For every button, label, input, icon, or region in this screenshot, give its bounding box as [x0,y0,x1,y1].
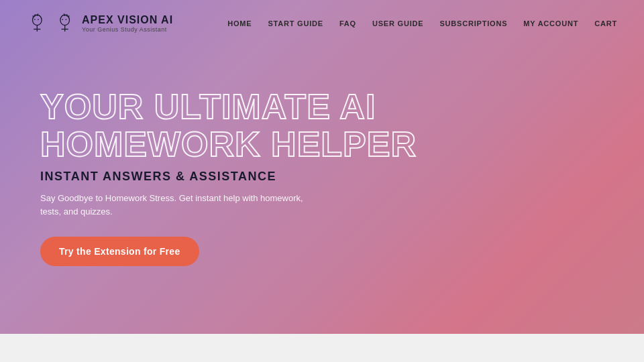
nav-user-guide[interactable]: USER GUIDE [372,19,423,27]
nav-home[interactable]: HOME [227,19,252,27]
logo-title: APEX VISION AI [82,14,173,26]
nav-faq[interactable]: FAQ [339,19,356,27]
hero-title-line2: HOMEWORK HELPER [40,125,604,163]
nav-subscriptions[interactable]: SUBSCRIPTIONS [439,19,507,27]
hero-content: YOUR ULTIMATE AI HOMEWORK HELPER INSTANT… [0,47,644,334]
hero-subtitle: INSTANT ANSWERS & ASSISTANCE [40,170,604,184]
svg-point-5 [60,15,70,25]
nav-start-guide[interactable]: START GUIDE [268,19,323,27]
nav-my-account[interactable]: MY ACCOUNT [523,19,578,27]
svg-point-3 [34,19,36,20]
logo-icons [27,12,75,35]
logo-text-block: APEX VISION AI Your Genius Study Assista… [82,14,173,33]
brain-icon-2 [52,12,75,35]
svg-point-0 [33,15,42,25]
nav-links: HOME START GUIDE FAQ USER GUIDE SUBSCRIP… [227,19,617,27]
hero-main-title: YOUR ULTIMATE AI HOMEWORK HELPER [40,88,604,163]
svg-point-9 [66,19,67,20]
footer-bar [0,334,644,362]
svg-point-8 [62,19,63,20]
page-wrapper: APEX VISION AI Your Genius Study Assista… [0,0,644,362]
hero-section: APEX VISION AI Your Genius Study Assista… [0,0,644,334]
logo-area: APEX VISION AI Your Genius Study Assista… [27,12,173,35]
nav-cart[interactable]: CART [594,19,617,27]
navbar: APEX VISION AI Your Genius Study Assista… [0,0,644,47]
svg-point-4 [38,19,39,20]
hero-description: Say Goodbye to Homework Stress. Get inst… [40,192,322,218]
cta-button[interactable]: Try the Extension for Free [40,237,199,266]
logo-subtitle: Your Genius Study Assistant [82,26,173,33]
brain-icon-1 [27,12,50,35]
hero-title-line1: YOUR ULTIMATE AI [40,88,604,125]
